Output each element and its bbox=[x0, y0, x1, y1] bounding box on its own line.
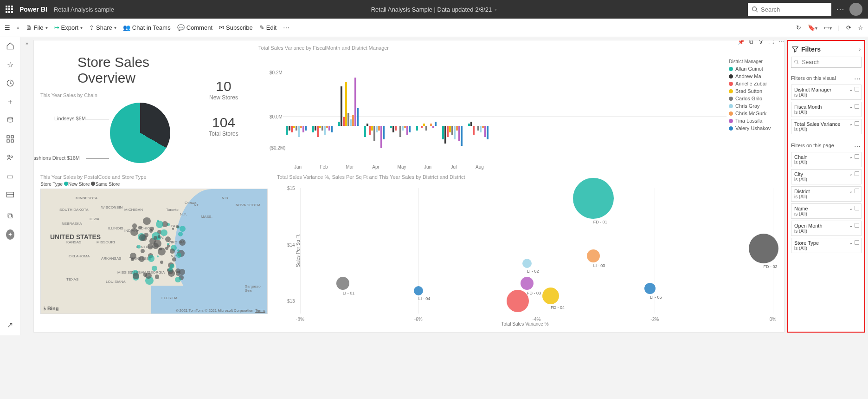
filters-search[interactable] bbox=[791, 57, 862, 68]
legend-item[interactable]: Valery Ushakov bbox=[729, 125, 778, 131]
chevron-down-icon[interactable]: ⌄ bbox=[849, 87, 853, 92]
scatter-bubble[interactable] bbox=[507, 290, 529, 312]
clear-filter-icon[interactable] bbox=[855, 240, 859, 245]
chevron-down-icon[interactable]: ⌄ bbox=[849, 104, 853, 109]
hamburger-icon[interactable]: ☰ bbox=[5, 24, 10, 31]
share-menu[interactable]: ⇪Share▾ bbox=[89, 24, 116, 31]
kpi-card[interactable]: 10 New Stores bbox=[189, 78, 258, 101]
subscribe-button[interactable]: ✉Subscribe bbox=[219, 24, 253, 31]
workspaces-icon[interactable] bbox=[6, 190, 14, 199]
clear-filter-icon[interactable] bbox=[855, 223, 859, 228]
section-more-icon[interactable]: ⋯ bbox=[854, 143, 862, 150]
chevron-right-icon[interactable]: › bbox=[859, 47, 861, 52]
bookmark-icon[interactable]: 🔖▾ bbox=[808, 24, 817, 31]
expand-chevrons-icon[interactable]: » bbox=[17, 25, 19, 30]
chevron-down-icon[interactable]: ⌄ bbox=[849, 121, 853, 126]
refresh-icon[interactable]: ⟳ bbox=[846, 24, 851, 31]
legend-item[interactable]: Carlos Grilo bbox=[729, 96, 778, 101]
chat-in-teams-button[interactable]: 👥Chat in Teams bbox=[123, 24, 171, 31]
favorites-icon[interactable]: ☆ bbox=[6, 60, 14, 69]
clear-filter-icon[interactable] bbox=[855, 154, 859, 159]
filter-card[interactable]: Name is (All) ⌄ bbox=[791, 203, 862, 219]
filters-header[interactable]: Filters › bbox=[791, 44, 862, 57]
more-options-icon[interactable]: ⋯ bbox=[836, 4, 845, 14]
learn-icon[interactable]: ▭ bbox=[6, 172, 14, 180]
chevron-down-icon[interactable]: ⌄ bbox=[849, 223, 853, 228]
scatter-bubble[interactable] bbox=[644, 283, 656, 294]
recent-icon[interactable] bbox=[6, 79, 14, 87]
legend-item[interactable]: Andrew Ma bbox=[729, 73, 778, 79]
scatter-bubble[interactable] bbox=[587, 249, 600, 262]
deployment-icon[interactable]: ⧉ bbox=[6, 212, 14, 220]
home-icon[interactable] bbox=[6, 42, 14, 50]
edit-button[interactable]: ✎Edit bbox=[259, 24, 276, 31]
more-visual-icon[interactable]: ⋯ bbox=[778, 40, 784, 45]
favorite-star-icon[interactable]: ☆ bbox=[858, 24, 863, 31]
filter-card[interactable]: Open Month is (All) ⌄ bbox=[791, 221, 862, 236]
legend-item[interactable]: Brad Sutton bbox=[729, 88, 778, 94]
chevron-down-icon[interactable]: ⌄ bbox=[849, 154, 853, 159]
filter-card[interactable]: District is (All) ⌄ bbox=[791, 186, 862, 202]
export-menu[interactable]: ↦Export▾ bbox=[54, 24, 83, 31]
page-nav-expander[interactable]: » bbox=[20, 37, 33, 335]
legend-item[interactable]: Tina Lassila bbox=[729, 118, 778, 124]
chevron-down-icon[interactable]: ⌄ bbox=[849, 240, 853, 245]
clear-filter-icon[interactable] bbox=[855, 206, 859, 210]
filter-card[interactable]: FiscalMonth is (All) ⌄ bbox=[791, 102, 862, 117]
scatter-bubble[interactable] bbox=[521, 277, 534, 290]
global-header: Power BI Retail Analysis sample Retail A… bbox=[0, 0, 868, 19]
clear-filter-icon[interactable] bbox=[855, 189, 859, 193]
chevron-down-icon[interactable]: ⌄ bbox=[849, 189, 853, 194]
copy-icon[interactable]: ⧉ bbox=[749, 40, 753, 45]
app-launcher-icon[interactable] bbox=[6, 6, 13, 13]
filter-card[interactable]: Total Sales Variance is (All) ⌄ bbox=[791, 119, 862, 134]
filter-card[interactable]: Chain is (All) ⌄ bbox=[791, 152, 862, 167]
file-menu[interactable]: 🗎File▾ bbox=[26, 24, 48, 31]
legend-item[interactable]: Chris McGurk bbox=[729, 111, 778, 116]
filters-search-input[interactable] bbox=[802, 59, 858, 65]
scatter-bubble[interactable] bbox=[749, 234, 778, 263]
chevron-down-icon[interactable]: ⌄ bbox=[849, 206, 853, 211]
open-pane-icon[interactable]: ↗ bbox=[6, 321, 14, 329]
focus-mode-icon[interactable]: ⛶ bbox=[768, 40, 774, 45]
chevron-down-icon[interactable]: ⌄ bbox=[849, 171, 853, 177]
comment-button[interactable]: 💬Comment bbox=[177, 24, 212, 31]
more-commands-icon[interactable]: ⋯ bbox=[283, 24, 290, 32]
legend-item[interactable]: Chris Gray bbox=[729, 103, 778, 109]
filter-card[interactable]: Store Type is (All) ⌄ bbox=[791, 238, 862, 253]
scatter-bubble[interactable] bbox=[522, 259, 532, 268]
scatter-bubble[interactable] bbox=[414, 286, 423, 295]
view-icon[interactable]: ▭▾ bbox=[824, 24, 832, 31]
datasets-icon[interactable] bbox=[6, 116, 14, 124]
clear-filter-icon[interactable] bbox=[855, 171, 859, 176]
filter-card[interactable]: City is (All) ⌄ bbox=[791, 169, 862, 184]
create-icon[interactable]: ＋ bbox=[6, 98, 14, 106]
legend-item[interactable]: Allan Guinot bbox=[729, 66, 778, 72]
shared-icon[interactable] bbox=[6, 153, 14, 162]
global-search-input[interactable] bbox=[761, 6, 828, 13]
bar-chart-tile[interactable]: Total Sales Variance by FiscalMonth and … bbox=[258, 45, 778, 170]
scatter-bubble[interactable] bbox=[336, 277, 349, 290]
pie-chart[interactable] bbox=[110, 103, 170, 163]
legend-item[interactable]: Annelie Zubar bbox=[729, 81, 778, 86]
kpi-card[interactable]: 104 Total Stores bbox=[189, 115, 258, 137]
filter-icon[interactable] bbox=[758, 40, 764, 45]
section-more-icon[interactable]: ⋯ bbox=[854, 75, 862, 83]
filter-card[interactable]: District Manager is (All) ⌄ bbox=[791, 85, 862, 100]
map-tile[interactable]: This Year Sales by PostalCode and Store … bbox=[40, 174, 272, 327]
apps-icon[interactable] bbox=[6, 135, 14, 143]
scatter-bubble[interactable] bbox=[542, 288, 559, 304]
pin-icon[interactable]: 📌 bbox=[738, 40, 745, 45]
my-workspace-icon[interactable]: ✦ bbox=[6, 230, 14, 239]
document-status[interactable]: Retail Analysis Sample | Data updated 2/… bbox=[371, 6, 497, 13]
map-visual[interactable]: UNITED STATES ♭ Bing © 2021 TomTom, © 20… bbox=[40, 189, 268, 314]
clear-filter-icon[interactable] bbox=[855, 121, 859, 126]
global-search[interactable] bbox=[748, 3, 831, 16]
scatter-bubble[interactable] bbox=[573, 178, 614, 219]
clear-filter-icon[interactable] bbox=[855, 104, 859, 109]
reset-icon[interactable]: ↻ bbox=[796, 24, 801, 31]
terms-link[interactable]: Terms bbox=[255, 308, 265, 313]
scatter-tile[interactable]: Total Sales Variance %, Sales Per Sq Ft … bbox=[272, 174, 778, 327]
user-avatar[interactable] bbox=[849, 3, 862, 16]
clear-filter-icon[interactable] bbox=[855, 87, 859, 92]
